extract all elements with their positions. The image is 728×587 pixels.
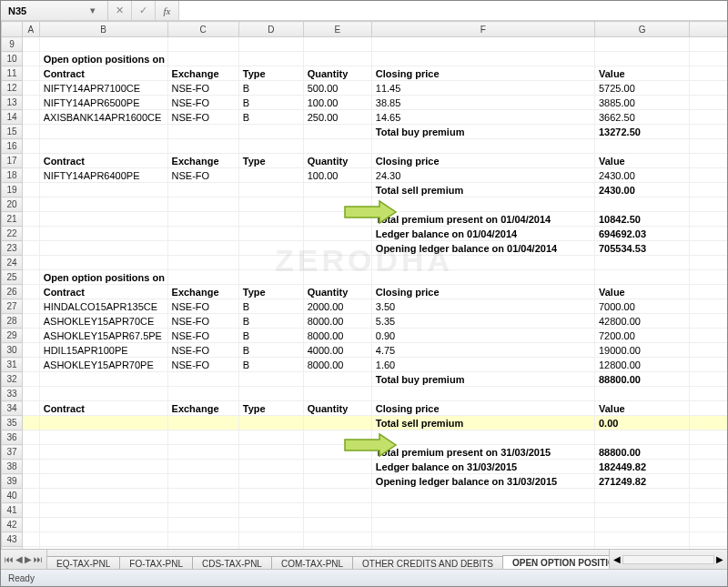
cell[interactable]: 3662.50 — [595, 110, 690, 125]
scroll-right-icon[interactable]: ▶ — [716, 554, 723, 564]
cell[interactable]: Exchange — [167, 401, 238, 416]
cell[interactable] — [303, 518, 371, 532]
row-header[interactable]: 14 — [2, 110, 23, 125]
cell[interactable]: Opening ledger balance on 31/03/2015 — [371, 474, 594, 489]
cell[interactable] — [238, 197, 303, 212]
cell[interactable]: 12800.00 — [595, 358, 690, 372]
scroll-left-icon[interactable]: ◀ — [613, 554, 621, 564]
cell[interactable] — [167, 37, 238, 52]
cell[interactable] — [22, 96, 39, 110]
cell[interactable]: NSE-FO — [167, 81, 238, 96]
cell[interactable] — [39, 416, 167, 430]
row-header[interactable]: 20 — [2, 197, 23, 212]
cell[interactable] — [690, 154, 727, 168]
cell[interactable]: Ledger balance on 01/04/2014 — [371, 227, 594, 241]
row-header[interactable]: 23 — [2, 241, 23, 256]
cell[interactable]: B — [238, 81, 303, 96]
cell[interactable]: ASHOKLEY15APR70PE — [39, 358, 167, 372]
formula-input[interactable] — [179, 1, 727, 20]
cell[interactable] — [238, 547, 303, 550]
row-header[interactable]: 31 — [2, 358, 23, 372]
cell[interactable] — [690, 197, 727, 212]
cell[interactable] — [690, 110, 727, 125]
cell[interactable] — [22, 154, 39, 168]
cell[interactable] — [690, 460, 727, 474]
cell[interactable]: Type — [238, 285, 303, 299]
cell[interactable]: B — [238, 343, 303, 358]
cell[interactable] — [303, 445, 371, 460]
cell[interactable]: 1.60 — [371, 358, 594, 372]
cell[interactable] — [371, 270, 594, 285]
cell[interactable] — [167, 227, 238, 241]
cell[interactable] — [595, 518, 690, 532]
cell[interactable]: NIFTY14APR7100CE — [39, 81, 167, 96]
cell[interactable]: NIFTY14APR6500PE — [39, 96, 167, 110]
cell[interactable]: Quantity — [303, 285, 371, 299]
cell[interactable] — [22, 518, 39, 532]
row-header[interactable]: 10 — [2, 52, 23, 66]
row-header[interactable]: 15 — [2, 125, 23, 139]
cell[interactable] — [22, 358, 39, 372]
cell[interactable] — [39, 547, 167, 550]
cell[interactable]: 8000.00 — [303, 358, 371, 372]
cell[interactable] — [690, 299, 727, 314]
cell[interactable] — [22, 343, 39, 358]
col-header[interactable]: F — [371, 22, 594, 37]
cell[interactable]: 500.00 — [303, 81, 371, 96]
name-box-input[interactable] — [1, 5, 86, 17]
cell[interactable] — [238, 212, 303, 227]
cell[interactable] — [303, 460, 371, 474]
cell[interactable]: 2430.00 — [595, 183, 690, 197]
name-box[interactable]: ▾ — [1, 1, 108, 20]
cell[interactable] — [167, 197, 238, 212]
cell[interactable]: Total sell premium — [371, 183, 594, 197]
cell[interactable]: 88800.00 — [595, 445, 690, 460]
cell[interactable]: 10842.50 — [595, 212, 690, 227]
cell[interactable] — [238, 227, 303, 241]
cell[interactable] — [167, 430, 238, 445]
cell[interactable]: 5725.00 — [595, 81, 690, 96]
cell[interactable] — [371, 503, 594, 518]
cell[interactable]: 42800.00 — [595, 314, 690, 329]
cell[interactable] — [371, 387, 594, 401]
sheet-tab[interactable]: CDS-TAX-PNL — [192, 556, 272, 569]
cell[interactable]: Total premium present on 01/04/2014 — [371, 212, 594, 227]
row-header[interactable]: 39 — [2, 474, 23, 489]
cell[interactable] — [39, 474, 167, 489]
row-header[interactable]: 35 — [2, 416, 23, 430]
row-header[interactable]: 9 — [2, 37, 23, 52]
cell[interactable]: Closing price — [371, 401, 594, 416]
cell[interactable] — [371, 489, 594, 503]
cell[interactable] — [167, 139, 238, 154]
cell[interactable]: B — [238, 96, 303, 110]
cell[interactable] — [690, 358, 727, 372]
cell[interactable] — [238, 372, 303, 387]
cell[interactable] — [238, 460, 303, 474]
cell[interactable]: 4000.00 — [303, 343, 371, 358]
cell[interactable] — [690, 416, 727, 430]
cell[interactable] — [690, 66, 727, 81]
cell[interactable] — [690, 430, 727, 445]
cell[interactable] — [22, 532, 39, 547]
cell[interactable]: Total buy premium — [371, 372, 594, 387]
cell[interactable] — [303, 37, 371, 52]
sheet-tab[interactable]: OTHER CREDITS AND DEBITS — [352, 556, 503, 569]
col-header[interactable]: C — [167, 22, 238, 37]
cell[interactable]: HINDALCO15APR135CE — [39, 299, 167, 314]
sheet-tab[interactable]: FO-TAX-PNL — [119, 556, 193, 569]
cell[interactable] — [690, 96, 727, 110]
cell[interactable] — [303, 125, 371, 139]
cell[interactable]: 88800.00 — [595, 372, 690, 387]
cell[interactable]: B — [238, 358, 303, 372]
cell[interactable] — [690, 37, 727, 52]
cell[interactable]: 182449.82 — [595, 460, 690, 474]
cell[interactable]: NSE-FO — [167, 299, 238, 314]
row-header[interactable]: 37 — [2, 445, 23, 460]
cell[interactable]: Contract — [39, 285, 167, 299]
cell[interactable] — [303, 212, 371, 227]
cell[interactable]: 19000.00 — [595, 343, 690, 358]
cell[interactable]: NSE-FO — [167, 358, 238, 372]
cell[interactable] — [238, 503, 303, 518]
cell[interactable] — [238, 125, 303, 139]
cell[interactable]: Quantity — [303, 401, 371, 416]
